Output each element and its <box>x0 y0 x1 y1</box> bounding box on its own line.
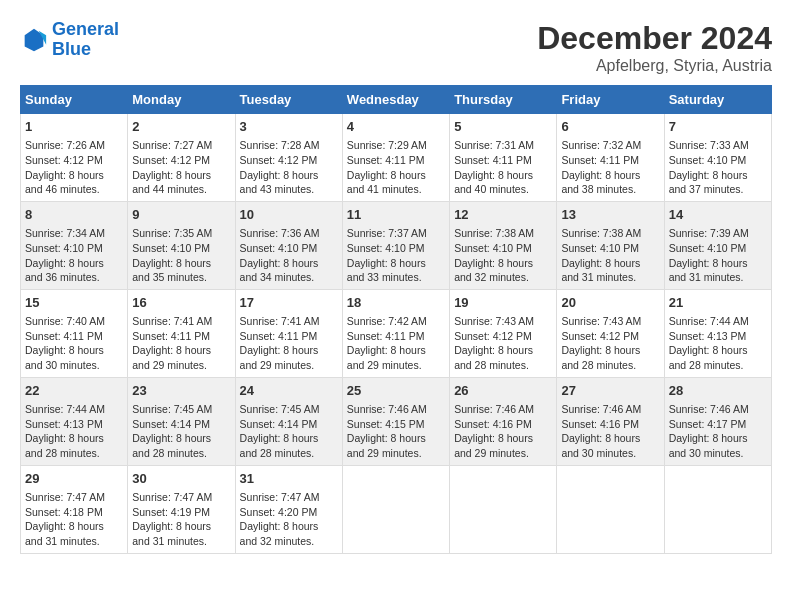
header-friday: Friday <box>557 86 664 114</box>
location-subtitle: Apfelberg, Styria, Austria <box>537 57 772 75</box>
day-number: 8 <box>25 206 123 224</box>
table-row: 18Sunrise: 7:42 AMSunset: 4:11 PMDayligh… <box>342 289 449 377</box>
day-number: 1 <box>25 118 123 136</box>
day-number: 21 <box>669 294 767 312</box>
day-number: 7 <box>669 118 767 136</box>
header-tuesday: Tuesday <box>235 86 342 114</box>
table-row: 31Sunrise: 7:47 AMSunset: 4:20 PMDayligh… <box>235 465 342 553</box>
table-row: 10Sunrise: 7:36 AMSunset: 4:10 PMDayligh… <box>235 201 342 289</box>
table-row <box>342 465 449 553</box>
day-number: 31 <box>240 470 338 488</box>
table-row: 26Sunrise: 7:46 AMSunset: 4:16 PMDayligh… <box>450 377 557 465</box>
header-saturday: Saturday <box>664 86 771 114</box>
table-row: 2Sunrise: 7:27 AMSunset: 4:12 PMDaylight… <box>128 114 235 202</box>
day-number: 16 <box>132 294 230 312</box>
table-row: 6Sunrise: 7:32 AMSunset: 4:11 PMDaylight… <box>557 114 664 202</box>
logo-icon <box>20 26 48 54</box>
day-number: 18 <box>347 294 445 312</box>
day-number: 5 <box>454 118 552 136</box>
header-monday: Monday <box>128 86 235 114</box>
day-number: 9 <box>132 206 230 224</box>
table-row: 23Sunrise: 7:45 AMSunset: 4:14 PMDayligh… <box>128 377 235 465</box>
table-row: 28Sunrise: 7:46 AMSunset: 4:17 PMDayligh… <box>664 377 771 465</box>
day-number: 15 <box>25 294 123 312</box>
logo: GeneralBlue <box>20 20 119 60</box>
table-row <box>664 465 771 553</box>
table-row: 8Sunrise: 7:34 AMSunset: 4:10 PMDaylight… <box>21 201 128 289</box>
day-number: 23 <box>132 382 230 400</box>
day-number: 25 <box>347 382 445 400</box>
day-number: 13 <box>561 206 659 224</box>
day-number: 22 <box>25 382 123 400</box>
day-number: 29 <box>25 470 123 488</box>
day-number: 28 <box>669 382 767 400</box>
calendar-week-row: 1Sunrise: 7:26 AMSunset: 4:12 PMDaylight… <box>21 114 772 202</box>
day-number: 27 <box>561 382 659 400</box>
calendar-table: Sunday Monday Tuesday Wednesday Thursday… <box>20 85 772 554</box>
day-number: 19 <box>454 294 552 312</box>
day-number: 2 <box>132 118 230 136</box>
day-number: 3 <box>240 118 338 136</box>
day-number: 4 <box>347 118 445 136</box>
day-number: 6 <box>561 118 659 136</box>
day-number: 17 <box>240 294 338 312</box>
day-number: 14 <box>669 206 767 224</box>
table-row: 14Sunrise: 7:39 AMSunset: 4:10 PMDayligh… <box>664 201 771 289</box>
table-row: 21Sunrise: 7:44 AMSunset: 4:13 PMDayligh… <box>664 289 771 377</box>
table-row: 4Sunrise: 7:29 AMSunset: 4:11 PMDaylight… <box>342 114 449 202</box>
table-row: 7Sunrise: 7:33 AMSunset: 4:10 PMDaylight… <box>664 114 771 202</box>
day-number: 24 <box>240 382 338 400</box>
header-sunday: Sunday <box>21 86 128 114</box>
table-row: 25Sunrise: 7:46 AMSunset: 4:15 PMDayligh… <box>342 377 449 465</box>
table-row: 27Sunrise: 7:46 AMSunset: 4:16 PMDayligh… <box>557 377 664 465</box>
table-row: 13Sunrise: 7:38 AMSunset: 4:10 PMDayligh… <box>557 201 664 289</box>
day-number: 12 <box>454 206 552 224</box>
table-row <box>557 465 664 553</box>
table-row: 16Sunrise: 7:41 AMSunset: 4:11 PMDayligh… <box>128 289 235 377</box>
logo-text: GeneralBlue <box>52 20 119 60</box>
table-row: 12Sunrise: 7:38 AMSunset: 4:10 PMDayligh… <box>450 201 557 289</box>
day-number: 30 <box>132 470 230 488</box>
calendar-week-row: 15Sunrise: 7:40 AMSunset: 4:11 PMDayligh… <box>21 289 772 377</box>
calendar-week-row: 22Sunrise: 7:44 AMSunset: 4:13 PMDayligh… <box>21 377 772 465</box>
header-wednesday: Wednesday <box>342 86 449 114</box>
calendar-week-row: 29Sunrise: 7:47 AMSunset: 4:18 PMDayligh… <box>21 465 772 553</box>
table-row: 24Sunrise: 7:45 AMSunset: 4:14 PMDayligh… <box>235 377 342 465</box>
title-block: December 2024 Apfelberg, Styria, Austria <box>537 20 772 75</box>
day-number: 26 <box>454 382 552 400</box>
table-row: 30Sunrise: 7:47 AMSunset: 4:19 PMDayligh… <box>128 465 235 553</box>
table-row: 22Sunrise: 7:44 AMSunset: 4:13 PMDayligh… <box>21 377 128 465</box>
weekday-header-row: Sunday Monday Tuesday Wednesday Thursday… <box>21 86 772 114</box>
table-row <box>450 465 557 553</box>
month-year-title: December 2024 <box>537 20 772 57</box>
table-row: 9Sunrise: 7:35 AMSunset: 4:10 PMDaylight… <box>128 201 235 289</box>
table-row: 19Sunrise: 7:43 AMSunset: 4:12 PMDayligh… <box>450 289 557 377</box>
table-row: 20Sunrise: 7:43 AMSunset: 4:12 PMDayligh… <box>557 289 664 377</box>
table-row: 11Sunrise: 7:37 AMSunset: 4:10 PMDayligh… <box>342 201 449 289</box>
table-row: 1Sunrise: 7:26 AMSunset: 4:12 PMDaylight… <box>21 114 128 202</box>
table-row: 3Sunrise: 7:28 AMSunset: 4:12 PMDaylight… <box>235 114 342 202</box>
table-row: 29Sunrise: 7:47 AMSunset: 4:18 PMDayligh… <box>21 465 128 553</box>
table-row: 15Sunrise: 7:40 AMSunset: 4:11 PMDayligh… <box>21 289 128 377</box>
table-row: 5Sunrise: 7:31 AMSunset: 4:11 PMDaylight… <box>450 114 557 202</box>
day-number: 20 <box>561 294 659 312</box>
table-row: 17Sunrise: 7:41 AMSunset: 4:11 PMDayligh… <box>235 289 342 377</box>
day-number: 11 <box>347 206 445 224</box>
calendar-week-row: 8Sunrise: 7:34 AMSunset: 4:10 PMDaylight… <box>21 201 772 289</box>
page-header: GeneralBlue December 2024 Apfelberg, Sty… <box>20 20 772 75</box>
day-number: 10 <box>240 206 338 224</box>
header-thursday: Thursday <box>450 86 557 114</box>
